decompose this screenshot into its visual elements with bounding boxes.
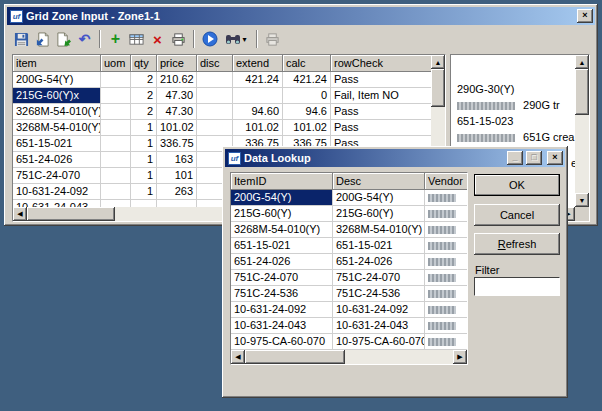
scroll-down-icon[interactable]: ▼: [575, 193, 589, 207]
column-header[interactable]: price: [157, 55, 197, 72]
vscroll-thumb[interactable]: [431, 69, 445, 107]
cell-item[interactable]: 200G-54(Y): [13, 72, 101, 88]
cell-qty[interactable]: 2: [131, 88, 157, 104]
cell-qty[interactable]: 1: [131, 120, 157, 136]
cell-qty[interactable]: 1: [131, 184, 157, 200]
hscroll-thumb[interactable]: [27, 207, 115, 221]
cell-itemid[interactable]: 651-24-026: [231, 254, 333, 270]
cell-itemid[interactable]: 3268M-54-010(Y): [231, 222, 333, 238]
cell-qty[interactable]: 2: [131, 104, 157, 120]
cell-vendor[interactable]: [425, 190, 467, 206]
cell-item[interactable]: 651-24-026: [13, 152, 101, 168]
cell-extend[interactable]: 421.24: [233, 72, 283, 88]
cell-uom[interactable]: [101, 120, 131, 136]
column-header[interactable]: Vendor: [425, 173, 467, 190]
cell-desc[interactable]: 651-15-021: [333, 238, 425, 254]
cell-desc[interactable]: 10-631-24-092: [333, 302, 425, 318]
cell-price[interactable]: 101.02: [157, 120, 197, 136]
cell-vendor[interactable]: [425, 238, 467, 254]
cell-item[interactable]: 3268M-54-010(Y): [13, 120, 101, 136]
cell-vendor[interactable]: [425, 286, 467, 302]
delete-row-button[interactable]: ×: [147, 29, 168, 49]
cell-uom[interactable]: [101, 184, 131, 200]
column-header[interactable]: rowCheck: [331, 55, 431, 72]
undo-button[interactable]: ↶: [74, 29, 95, 49]
cell-desc[interactable]: 651-24-026: [333, 254, 425, 270]
cell-rowcheck[interactable]: Pass: [331, 72, 431, 88]
close-button[interactable]: ×: [577, 9, 593, 23]
cell-vendor[interactable]: [425, 334, 467, 350]
cell-qty[interactable]: 1: [131, 152, 157, 168]
column-header[interactable]: uom: [101, 55, 131, 72]
column-header[interactable]: disc: [197, 55, 233, 72]
cell-price[interactable]: 336.75: [157, 136, 197, 152]
cell-uom[interactable]: [101, 152, 131, 168]
column-header[interactable]: ItemID: [231, 173, 333, 190]
scroll-right-icon[interactable]: ▶: [453, 350, 467, 364]
cell-item[interactable]: 651-15-021: [13, 136, 101, 152]
cell-uom[interactable]: [101, 104, 131, 120]
cell-desc[interactable]: 751C-24-070: [333, 270, 425, 286]
cell-uom[interactable]: [101, 88, 131, 104]
scroll-up-icon[interactable]: ▲: [431, 55, 445, 69]
cell-rowcheck[interactable]: Fail, Item NO: [331, 88, 431, 104]
cell-disc[interactable]: [197, 72, 233, 88]
cell-vendor[interactable]: [425, 222, 467, 238]
cell-desc[interactable]: 3268M-54-010(Y): [333, 222, 425, 238]
cell-price[interactable]: 163: [157, 152, 197, 168]
cell-itemid[interactable]: 651-15-021: [231, 238, 333, 254]
cell-item[interactable]: 10-631-24-092: [13, 184, 101, 200]
cell-desc[interactable]: 10-975-CA-60-070: [333, 334, 425, 350]
cell-calc[interactable]: 0: [283, 88, 331, 104]
main-titlebar[interactable]: uf Grid Zone Input - Zone1-1 ×: [7, 7, 595, 25]
cell-vendor[interactable]: [425, 254, 467, 270]
cell-itemid[interactable]: 10-631-24-092: [231, 302, 333, 318]
cell-calc[interactable]: 94.6: [283, 104, 331, 120]
hscroll-thumb[interactable]: [245, 350, 345, 364]
cell-desc[interactable]: 200G-54(Y): [333, 190, 425, 206]
scroll-up-icon[interactable]: ▲: [575, 55, 589, 69]
cell-vendor[interactable]: [425, 302, 467, 318]
lookup-grid-hscrollbar[interactable]: ◀ ▶: [231, 350, 467, 364]
cell-extend[interactable]: 94.60: [233, 104, 283, 120]
cell-itemid[interactable]: 751C-24-536: [231, 286, 333, 302]
cell-price[interactable]: 47.30: [157, 104, 197, 120]
cancel-button[interactable]: Cancel: [474, 204, 560, 226]
cell-itemid[interactable]: 751C-24-070: [231, 270, 333, 286]
cell-itemid[interactable]: 200G-54(Y): [231, 190, 333, 206]
cell-item[interactable]: 215G-60(Y)x: [13, 88, 101, 104]
cell-qty[interactable]: 2: [131, 72, 157, 88]
cell-price[interactable]: 263: [157, 184, 197, 200]
find-button[interactable]: ▾: [220, 29, 252, 49]
cell-item[interactable]: 3268M-54-010(Y): [13, 104, 101, 120]
cell-item[interactable]: 751C-24-070: [13, 168, 101, 184]
column-header[interactable]: item: [13, 55, 101, 72]
panel-vscrollbar[interactable]: ▲ ▼: [575, 55, 589, 207]
cell-rowcheck[interactable]: Pass: [331, 120, 431, 136]
cell-qty[interactable]: 1: [131, 168, 157, 184]
cell-calc[interactable]: 421.24: [283, 72, 331, 88]
cell-price[interactable]: 47.30: [157, 88, 197, 104]
cell-desc[interactable]: 751C-24-536: [333, 286, 425, 302]
cell-extend[interactable]: 101.02: [233, 120, 283, 136]
filter-input[interactable]: [474, 277, 560, 296]
scroll-left-icon[interactable]: ◀: [231, 350, 245, 364]
cell-disc[interactable]: [197, 120, 233, 136]
column-header[interactable]: calc: [283, 55, 331, 72]
cell-price[interactable]: 101: [157, 168, 197, 184]
column-header[interactable]: qty: [131, 55, 157, 72]
cell-disc[interactable]: [197, 88, 233, 104]
save-button[interactable]: [11, 29, 32, 49]
run-button[interactable]: [199, 29, 220, 49]
refresh-button[interactable]: Refresh: [474, 233, 560, 255]
cell-desc[interactable]: 10-631-24-043: [333, 318, 425, 334]
cell-itemid[interactable]: 10-631-24-043: [231, 318, 333, 334]
export-button[interactable]: [53, 29, 74, 49]
cell-itemid[interactable]: 215G-60(Y): [231, 206, 333, 222]
cell-qty[interactable]: 1: [131, 136, 157, 152]
scroll-left-icon[interactable]: ◀: [13, 207, 27, 221]
cell-uom[interactable]: [101, 168, 131, 184]
cell-calc[interactable]: 101.02: [283, 120, 331, 136]
cell-extend[interactable]: [233, 88, 283, 104]
close-button[interactable]: ×: [547, 151, 563, 165]
